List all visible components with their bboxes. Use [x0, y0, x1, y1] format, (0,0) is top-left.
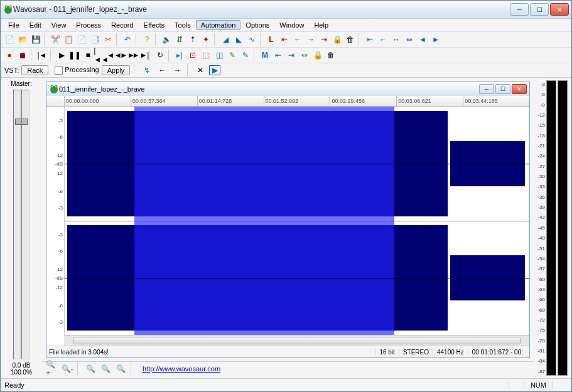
stop-icon[interactable]: ■: [82, 49, 94, 61]
back-icon[interactable]: ←: [156, 64, 168, 77]
paste-icon[interactable]: 📄: [75, 33, 88, 46]
time-tick: 00:03:06:821: [396, 96, 463, 106]
nav-both-icon[interactable]: ⇔: [403, 33, 416, 46]
marker-lock-icon[interactable]: 🔒: [331, 33, 343, 46]
tool-5-icon[interactable]: ✎: [239, 49, 252, 61]
fade-out-icon[interactable]: ◣: [232, 33, 245, 46]
menu-record[interactable]: Record: [106, 20, 138, 30]
zoom-sel-icon[interactable]: 🔍: [84, 363, 97, 374]
help-icon[interactable]: ?: [141, 33, 153, 46]
menu-file[interactable]: File: [3, 20, 24, 30]
child-close-button[interactable]: ✕: [512, 84, 527, 94]
pause-icon[interactable]: ❚❚: [68, 49, 81, 61]
menu-edit[interactable]: Edit: [24, 20, 46, 30]
new-icon[interactable]: 📄: [3, 33, 16, 46]
paste2-icon[interactable]: 📑: [89, 33, 101, 46]
m-both-icon[interactable]: ⇔: [298, 49, 311, 61]
menu-options[interactable]: Options: [240, 20, 274, 30]
marker-prev-icon[interactable]: ←: [291, 33, 304, 46]
menu-automation[interactable]: Automation: [196, 20, 241, 30]
speaker-icon[interactable]: 🔈: [160, 33, 173, 46]
apply-button[interactable]: Apply: [102, 65, 131, 75]
open-icon[interactable]: 📂: [16, 33, 29, 46]
scroll-thumb[interactable]: [73, 337, 521, 344]
menu-process[interactable]: Process: [71, 20, 106, 30]
m-left-icon[interactable]: ⇤: [272, 49, 284, 61]
zoom-in-icon[interactable]: 🔍+: [46, 363, 58, 374]
meter-panel: -3-6-9-12-15 -18-21-24-27-30 -33-36-39-4…: [534, 78, 571, 378]
menu-help[interactable]: Help: [309, 20, 333, 30]
rewind-start-icon[interactable]: |◄◄: [95, 49, 107, 61]
wave-icon[interactable]: ∿: [246, 33, 258, 46]
rewind-icon[interactable]: ◄◄: [108, 49, 121, 61]
zoom-bar: 🔍+ 🔍- 🔍 🔍 🔍 http://www.wavosaur.com: [42, 361, 534, 376]
child-statusbar: File loaded in 3.004s! 16 bit STEREO 441…: [46, 346, 529, 358]
child-minimize-button[interactable]: ─: [479, 84, 494, 94]
menu-window[interactable]: Window: [274, 20, 309, 30]
maximize-button[interactable]: ☐: [530, 3, 549, 16]
titlebar[interactable]: Wavosaur - 011_jennifer_lopez_-_brave ─ …: [1, 1, 571, 19]
save-icon[interactable]: 💾: [30, 33, 42, 46]
tool-1-icon[interactable]: ⊡: [186, 49, 199, 61]
h-scrollbar[interactable]: [64, 335, 529, 346]
child-maximize-button[interactable]: ☐: [495, 84, 510, 94]
sel-play-icon[interactable]: ▸|: [173, 49, 186, 61]
marker-right-icon[interactable]: ⇥: [318, 33, 330, 46]
menu-tools[interactable]: Tools: [170, 20, 196, 30]
cut-icon[interactable]: ✂️: [49, 33, 62, 46]
waveform-canvas[interactable]: [65, 107, 529, 335]
play-icon[interactable]: ▶: [55, 49, 68, 61]
status-blank: [509, 381, 524, 389]
skip-start-icon[interactable]: |◄: [36, 49, 48, 61]
zoom-fit-icon[interactable]: 🔍: [99, 363, 112, 374]
tool-4-icon[interactable]: ✎: [226, 49, 239, 61]
fwd-icon[interactable]: →: [171, 64, 183, 77]
vst-label: VST:: [4, 66, 19, 74]
invert-icon[interactable]: ⇵: [173, 33, 186, 46]
master-slider[interactable]: [13, 90, 30, 359]
m-lock-icon[interactable]: 🔒: [311, 49, 324, 61]
processing-checkbox[interactable]: [55, 66, 63, 75]
nav-first-icon[interactable]: ⇤: [364, 33, 376, 46]
time-tick: 00:01:14:728: [197, 96, 264, 106]
fade-in-icon[interactable]: ◢: [219, 33, 232, 46]
m-delete-icon[interactable]: 🗑: [325, 49, 337, 61]
record-stop-icon[interactable]: ◼: [16, 49, 29, 61]
time-ruler[interactable]: 00:00:00:000 00:00:37:364 00:01:14:728 0…: [46, 96, 529, 107]
marker-l-icon[interactable]: L: [265, 33, 278, 46]
homepage-link[interactable]: http://www.wavosaur.com: [143, 365, 220, 373]
play-box-icon[interactable]: ▶: [209, 65, 220, 75]
record-icon[interactable]: ●: [3, 49, 16, 61]
child-titlebar[interactable]: 011_jennifer_lopez_-_brave ─ ☐ ✕: [46, 82, 529, 96]
nav-center-icon[interactable]: ↔: [390, 33, 402, 46]
zoom-all-icon[interactable]: 🔍: [114, 363, 127, 374]
menu-effects[interactable]: Effects: [139, 20, 170, 30]
menu-view[interactable]: View: [46, 20, 72, 30]
nav-back-icon[interactable]: ◄: [416, 33, 429, 46]
zoom-out-icon[interactable]: 🔍-: [61, 363, 73, 374]
marker-left-icon[interactable]: ⇤: [278, 33, 291, 46]
tool-2-icon[interactable]: ⬚: [200, 49, 212, 61]
toolbar-2: ● ◼ |◄ ▶ ❚❚ ■ |◄◄ ◄◄ ►► ►►| ↻ ▸| ⊡ ⬚ ◫ ✎…: [1, 48, 571, 63]
nav-fwd-icon[interactable]: ►: [429, 33, 442, 46]
nav-prev-icon[interactable]: ←: [377, 33, 389, 46]
close-button[interactable]: ✕: [550, 3, 569, 16]
minimize-button[interactable]: ─: [510, 3, 529, 16]
master-thumb[interactable]: [15, 119, 28, 125]
x-icon[interactable]: ✕: [194, 64, 207, 77]
time-tick: 00:01:52:092: [264, 96, 330, 106]
copy-icon[interactable]: 📋: [62, 33, 75, 46]
normalize-icon[interactable]: ⇡: [186, 33, 199, 46]
marker-delete-icon[interactable]: 🗑: [344, 33, 357, 46]
crop-icon[interactable]: ✂: [102, 33, 114, 46]
fx-icon[interactable]: ✦: [200, 33, 212, 46]
marker-next-icon[interactable]: →: [305, 33, 317, 46]
rack-button[interactable]: Rack: [21, 65, 48, 75]
undo-icon[interactable]: ↶: [121, 33, 134, 46]
path-icon[interactable]: ↯: [141, 64, 153, 77]
m-right-icon[interactable]: ⇥: [285, 49, 298, 61]
tool-3-icon[interactable]: ◫: [213, 49, 225, 61]
m-icon[interactable]: M: [259, 49, 271, 61]
loop-icon[interactable]: ↻: [154, 49, 166, 61]
ffwd-end-icon[interactable]: ►►|: [134, 49, 147, 61]
